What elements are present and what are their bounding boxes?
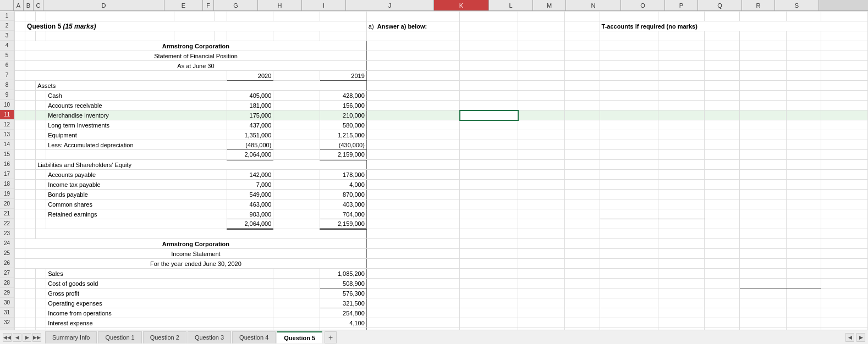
row-num-7: 7 [0,70,14,80]
cell-17j [366,170,460,180]
cell-11k-selected[interactable] [460,110,518,120]
cell-17-ap-label: Accounts payable [46,170,227,180]
cell-13-equip-2019: 1,215,000 [320,130,367,140]
cell-15m [565,150,600,160]
cell-33p [705,328,740,330]
cell-28c [36,279,46,288]
cell-6q [739,61,786,71]
tab-question-2[interactable]: Question 2 [143,331,186,343]
cell-20b [25,199,36,209]
cell-31n [600,308,658,318]
row-13: Equipment 1,351,000 1,215,000 [15,130,868,140]
cell-29n [600,288,658,298]
cell-5m [565,51,600,61]
cell-31-ifo-label: Income from operations [46,308,273,318]
row-num-4: 4 [0,41,14,51]
cell-27p [705,269,740,279]
cell-21b [25,209,36,219]
cell-27r [786,269,821,279]
tab-question-5[interactable]: Question 5 [277,331,322,343]
cell-11p [705,110,740,120]
cell-22-empty [46,219,227,229]
cell-2b-question: Question 5 (15 marks) [25,21,367,31]
cell-8b [25,81,36,91]
cell-22k [460,219,518,229]
cell-13o [658,130,705,140]
cell-32c [36,318,46,328]
cell-24q [739,239,786,249]
cell-3s [821,31,868,41]
cell-10k [460,101,518,110]
cell-25n [600,249,658,259]
cell-16r [786,160,821,170]
cell-19-bp-2020: 549,000 [227,190,273,199]
cell-23k [460,229,518,239]
cell-22c [36,219,46,229]
cell-4j [366,41,460,51]
cell-21-re-label: Retained earnings [46,209,227,219]
col-header-i: I [302,0,346,10]
cell-3b [25,31,36,41]
cell-17r [786,170,821,180]
cell-10r [786,101,821,110]
cell-4n [600,41,658,51]
cell-12-lti-2020: 437,000 [227,120,273,130]
main-grid[interactable]: Question 5 (15 marks) a) Answer a) below… [14,11,868,330]
row-numbers: 1 2 3 4 5 6 7 8 9 10 11 12 13 14 15 16 1… [0,11,14,330]
tab-question-1[interactable]: Question 1 [98,331,141,343]
tab-first-btn[interactable]: ◀◀ [3,333,12,342]
cell-30n [600,298,658,308]
column-headers: A B C D E F G H I J K L M N O P Q R S [0,0,868,11]
tab-question-3[interactable]: Question 3 [188,331,231,343]
cell-27c [36,269,46,279]
tab-prev-btn[interactable]: ◀ [13,333,21,342]
cell-9-cash-label: Cash [46,91,227,101]
cell-15b [25,150,36,160]
tab-scroll-left[interactable]: ◀ [845,333,854,342]
row-26: For the year ended June 30, 2020 [15,259,868,269]
cell-15-total-2019: 2,159,000 [320,150,367,160]
cell-10-ar-2020: 181,000 [227,101,273,110]
cell-14p [705,140,740,150]
cell-4m [565,41,600,51]
cell-10l [518,101,565,110]
cell-2k [460,21,518,31]
cell-3f [215,31,227,41]
cell-3h [273,31,320,41]
tab-scroll-right[interactable]: ▶ [856,333,865,342]
tab-question-4[interactable]: Question 4 [232,331,276,343]
row-num-1: 1 [0,11,14,21]
cell-7p [705,71,740,81]
cell-5n [600,51,658,61]
row-num-25: 25 [0,248,14,258]
cell-7k [460,71,518,81]
tab-next-btn[interactable]: ▶ [23,333,31,342]
cell-20p [705,199,740,209]
cell-17l [518,170,565,180]
cell-31a [15,308,25,318]
cell-13-equip-label: Equipment [46,130,227,140]
cell-15p [705,150,740,160]
cell-15h [273,150,320,160]
cell-27m [565,269,600,279]
tab-last-btn[interactable]: ▶▶ [32,333,41,342]
cell-7bc [25,71,227,81]
cell-2m [565,21,600,31]
tab-summary-info[interactable]: Summary Info [45,331,97,343]
row-4: Armstrong Corporation [15,41,868,51]
cell-20k [460,199,518,209]
cell-29c [36,288,46,298]
cell-29k [460,288,518,298]
cell-27k [460,269,518,279]
cell-26r [786,259,821,269]
col-header-r: R [742,0,775,10]
cell-24s [821,239,868,249]
cell-33c [36,328,46,330]
tab-add-button[interactable]: + [325,331,337,343]
cell-12r [786,120,821,130]
row-num-23: 23 [0,229,14,238]
cell-32h [273,318,320,328]
cell-21c [36,209,46,219]
cell-32j [366,318,460,328]
cell-21n [600,209,658,219]
